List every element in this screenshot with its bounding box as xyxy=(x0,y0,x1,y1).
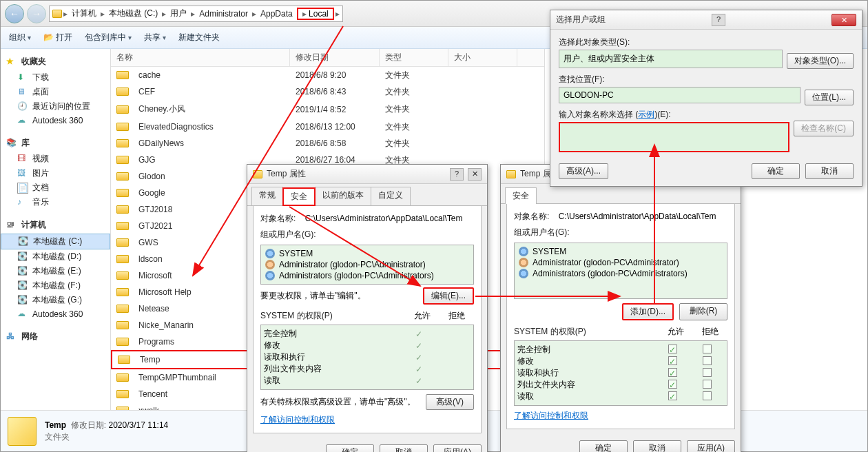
nav-computer[interactable]: 🖳计算机 xyxy=(1,216,110,234)
nav-network[interactable]: 🖧网络 xyxy=(1,328,110,345)
check-names-button[interactable]: 检查名称(C) xyxy=(794,121,854,136)
nav-disk-c[interactable]: 💽本地磁盘 (C:) xyxy=(1,234,110,249)
nav-pane: ★收藏夹 ⬇下载 🖥桌面 🕘最近访问的位置 ☁Autodesk 360 📚库 🎞… xyxy=(1,49,111,410)
locations-button[interactable]: 位置(L)... xyxy=(805,90,854,105)
file-row[interactable]: cache2018/6/8 9:20文件夹 xyxy=(111,67,544,83)
help-button[interactable]: ? xyxy=(450,168,464,181)
ok-button[interactable]: 确定 xyxy=(579,440,628,452)
back-button[interactable]: ← xyxy=(5,4,24,23)
folder-icon xyxy=(253,170,262,178)
nav-disk-f[interactable]: 💽本地磁盘 (F:) xyxy=(1,278,110,293)
nav-downloads[interactable]: ⬇下载 xyxy=(1,70,110,85)
file-header: 名称 修改日期 类型 大小 xyxy=(111,49,544,67)
col-type[interactable]: 类型 xyxy=(380,49,448,66)
edit-button[interactable]: 编辑(E)... xyxy=(423,287,474,305)
file-row[interactable]: ElevatedDiagnostics2018/6/13 12:00文件夹 xyxy=(111,119,544,135)
sel-title[interactable]: 选择用户或组?✕ xyxy=(550,10,862,30)
user-icon xyxy=(519,258,528,267)
close-button[interactable]: ✕ xyxy=(831,14,856,26)
remove-button[interactable]: 删除(R) xyxy=(679,303,727,320)
tab-previous[interactable]: 以前的版本 xyxy=(315,187,371,205)
advanced-button[interactable]: 高级(A)... xyxy=(559,163,608,179)
nav-libraries[interactable]: 📚库 xyxy=(1,134,110,152)
nav-disk-d[interactable]: 💽本地磁盘 (D:) xyxy=(1,249,110,264)
nav-autodesk360[interactable]: ☁Autodesk 360 xyxy=(1,114,110,127)
tab-security[interactable]: 安全 xyxy=(282,187,316,206)
example-link[interactable]: 示例 xyxy=(638,110,654,119)
bc-appdata[interactable]: AppData xyxy=(258,9,296,19)
object-type-field: 用户、组或内置安全主体 xyxy=(559,50,783,68)
add-button[interactable]: 添加(D)... xyxy=(622,303,674,320)
nav-documents[interactable]: 📄文档 xyxy=(1,181,110,195)
tb-include[interactable]: 包含到库中 xyxy=(85,32,132,43)
ok-button[interactable]: 确定 xyxy=(326,444,374,452)
col-date[interactable]: 修改日期 xyxy=(290,49,380,66)
folder-icon xyxy=(8,417,37,446)
nav-recent[interactable]: 🕘最近访问的位置 xyxy=(1,99,110,114)
help-button[interactable]: ? xyxy=(712,14,725,26)
dlg1-title[interactable]: Temp 属性?✕ xyxy=(247,165,487,184)
tb-share[interactable]: 共享 xyxy=(144,32,166,43)
tb-newfolder[interactable]: 新建文件夹 xyxy=(178,32,220,43)
file-row[interactable]: GDailyNews2018/6/6 8:58文件夹 xyxy=(111,135,544,152)
group-icon xyxy=(519,269,528,278)
bc-admin[interactable]: Administrator xyxy=(196,9,251,19)
nav-desktop[interactable]: 🖥桌面 xyxy=(1,85,110,99)
cancel-button[interactable]: 取消 xyxy=(633,440,681,452)
apply-button[interactable]: 应用(A) xyxy=(687,440,735,452)
group-icon xyxy=(519,247,528,256)
breadcrumb[interactable]: ▸ 计算机▸ 本地磁盘 (C:)▸ 用户▸ Administrator▸ App… xyxy=(49,6,343,22)
nav-autodesk360b[interactable]: ☁Autodesk 360 xyxy=(1,307,110,321)
nav-videos[interactable]: 🎞视频 xyxy=(1,152,110,166)
nav-favorites[interactable]: ★收藏夹 xyxy=(1,53,110,70)
status-name: Temp xyxy=(45,420,66,430)
forward-button[interactable]: → xyxy=(27,4,46,23)
group-icon xyxy=(265,271,275,280)
nav-music[interactable]: ♪音乐 xyxy=(1,195,110,209)
tb-organize[interactable]: 组织 xyxy=(9,32,31,43)
close-button[interactable]: ✕ xyxy=(468,168,482,181)
nav-disk-g[interactable]: 💽本地磁盘 (G:) xyxy=(1,293,110,307)
file-row[interactable]: CEF2018/6/6 8:43文件夹 xyxy=(111,83,544,100)
folder-icon xyxy=(506,170,516,178)
col-size[interactable]: 大小 xyxy=(448,49,517,66)
bc-computer[interactable]: 计算机 xyxy=(69,8,99,19)
col-name[interactable]: 名称 xyxy=(111,49,290,66)
apply-button[interactable]: 应用(A) xyxy=(433,444,482,452)
user-list[interactable]: SYSTEM Administrator (glodon-PC\Administ… xyxy=(514,243,727,299)
object-types-button[interactable]: 对象类型(O)... xyxy=(787,53,854,69)
bc-users[interactable]: 用户 xyxy=(167,8,189,19)
nav-pictures[interactable]: 🖼图片 xyxy=(1,166,110,181)
select-user-dialog: 选择用户或组?✕ 选择此对象类型(S): 用户、组或内置安全主体 对象类型(O)… xyxy=(550,10,862,187)
tab-custom[interactable]: 自定义 xyxy=(371,187,411,205)
properties-dialog-2: Temp 属 安全 对象名称: C:\Users\Administrator\A… xyxy=(500,164,741,452)
object-name-input[interactable] xyxy=(559,122,789,152)
learn-link[interactable]: 了解访问控制和权限 xyxy=(514,411,588,420)
cancel-button[interactable]: 取消 xyxy=(380,444,428,452)
learn-link[interactable]: 了解访问控制和权限 xyxy=(260,415,335,424)
tb-open[interactable]: 📂 打开 xyxy=(43,32,72,43)
status-type: 文件夹 xyxy=(45,431,168,443)
tab-general[interactable]: 常规 xyxy=(251,187,283,205)
user-list[interactable]: SYSTEM Administrator (glodon-PC\Administ… xyxy=(260,245,474,285)
bc-local-highlight[interactable]: ▸ Local xyxy=(297,8,334,20)
group-icon xyxy=(265,249,275,258)
folder-icon xyxy=(52,10,62,18)
ok-button[interactable]: 确定 xyxy=(752,163,800,179)
tab-security[interactable]: 安全 xyxy=(505,187,537,204)
properties-dialog-1: Temp 属性?✕ 常规 安全 以前的版本 自定义 对象名称: C:\Users… xyxy=(247,164,488,452)
file-row[interactable]: Cheney.小风2019/1/4 8:52文件夹 xyxy=(111,100,544,119)
bc-c[interactable]: 本地磁盘 (C:) xyxy=(106,8,161,19)
location-field: GLODON-PC xyxy=(559,87,800,103)
cancel-button[interactable]: 取消 xyxy=(805,163,854,179)
nav-disk-e[interactable]: 💽本地磁盘 (E:) xyxy=(1,264,110,278)
advanced-button[interactable]: 高级(V) xyxy=(426,394,474,410)
user-icon xyxy=(265,260,275,269)
